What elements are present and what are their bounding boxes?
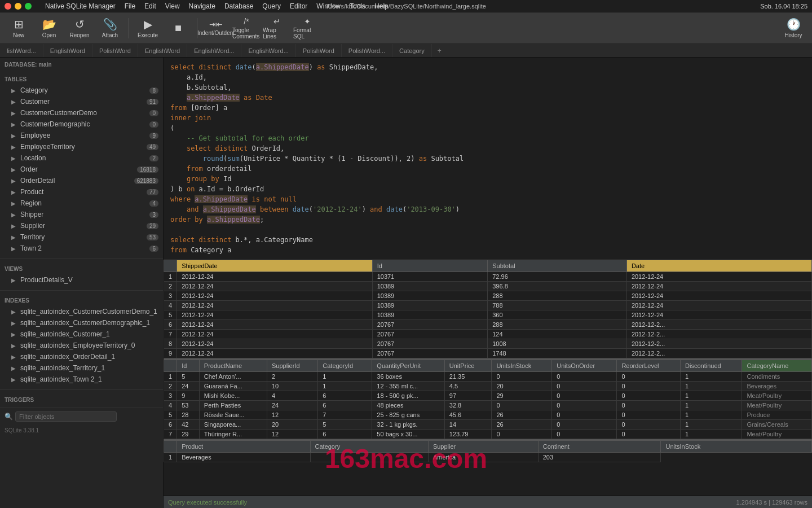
sidebar-item-supplier[interactable]: ▶ Supplier 29 — [0, 220, 163, 231]
new-button[interactable]: ⊞ New — [5, 15, 33, 42]
tab-5[interactable]: EnglishWord... — [241, 44, 295, 58]
table-cell: 1 — [681, 430, 742, 439]
col2-header-unitsinstock[interactable]: UnitsInStock — [492, 360, 552, 372]
table-row[interactable]: 82012-12-242076710082012-12-2... — [164, 339, 812, 349]
table-row[interactable]: 453Perth Pasties24648 pieces32.80001Meat… — [164, 401, 812, 410]
col2-header-supplierid[interactable]: SupplierId — [267, 360, 317, 372]
sidebar-item-territory[interactable]: ▶ Territory 53 — [0, 231, 163, 243]
tab-2[interactable]: PolishWord — [92, 44, 138, 58]
menu-file[interactable]: File — [125, 2, 135, 10]
sidebar-item-category[interactable]: ▶ Category 8 — [0, 85, 163, 96]
table-row[interactable]: 92012-12-242076717482012-12-2... — [164, 349, 812, 358]
sidebar-item-customercustomerdemo[interactable]: ▶ CustomerCustomerDemo 0 — [0, 107, 163, 119]
sidebar-item-idx-0[interactable]: ▶ sqlite_autoindex_CustomerCustomerDemo_… — [0, 306, 163, 317]
col2-header-productname[interactable]: ProductName — [199, 360, 267, 372]
table-row[interactable]: 12012-12-241037172.962012-12-24 — [164, 272, 812, 282]
sidebar-item-product[interactable]: ▶ Product 77 — [0, 186, 163, 198]
col2-header-categoryid[interactable]: CategoryId — [318, 360, 372, 372]
sidebar-item-productdetails[interactable]: ▶ ProductDetails_V — [0, 274, 163, 286]
new-icon: ⊞ — [14, 17, 24, 31]
table-row[interactable]: 729Thüringer R...12650 bags x 30...123.7… — [164, 430, 812, 439]
indent-outdent-button[interactable]: ⇥⇤ Indent/Outdent — [202, 15, 230, 42]
tab-add-button[interactable]: + — [432, 47, 447, 55]
reopen-button[interactable]: ↺ Reopen — [65, 15, 94, 42]
table-row[interactable]: 72012-12-24207671242012-12-2... — [164, 330, 812, 339]
table-row[interactable]: 1BeveragesAmerica203 — [164, 453, 812, 462]
table-row[interactable]: 528Rössle Saue...12725 - 825 g cans45.62… — [164, 410, 812, 420]
menu-database[interactable]: Database — [224, 2, 253, 10]
table-cell: Beverages — [177, 453, 310, 462]
sql-editor[interactable]: select distinct date(a.ShippedDate) as S… — [164, 58, 812, 260]
sidebar-item-idx-1[interactable]: ▶ sqlite_autoindex_CustomerDemographic_1 — [0, 317, 163, 329]
tab-3[interactable]: EnglishWord — [138, 44, 187, 58]
open-button[interactable]: 📂 Open — [35, 15, 63, 42]
row-number: 1 — [164, 372, 177, 382]
menu-editor[interactable]: Editor — [290, 2, 307, 10]
sidebar-item-region[interactable]: ▶ Region 4 — [0, 198, 163, 209]
col3-header-category[interactable]: Category — [310, 441, 428, 453]
town2-badge: 6 — [149, 246, 158, 252]
col3-header-supplier[interactable]: Supplier — [428, 441, 538, 453]
tab-0[interactable]: lishWord... — [0, 44, 43, 58]
menu-query[interactable]: Query — [262, 2, 281, 10]
tab-4[interactable]: EnglishWord... — [187, 44, 241, 58]
col-header-date[interactable]: Date — [626, 260, 811, 272]
sidebar-item-orderdetail[interactable]: ▶ OrderDetail 621883 — [0, 175, 163, 186]
sidebar-item-idx-3[interactable]: ▶ sqlite_autoindex_EmployeeTerritory_0 — [0, 340, 163, 351]
sidebar-item-employee[interactable]: ▶ Employee 9 — [0, 130, 163, 141]
sidebar-item-shipper[interactable]: ▶ Shipper 3 — [0, 209, 163, 220]
table-row[interactable]: 22012-12-2410389396.82012-12-24 — [164, 282, 812, 291]
close-button[interactable] — [5, 3, 11, 10]
tab-6[interactable]: PolishWord — [296, 44, 342, 58]
col2-header-unitsonorder[interactable]: UnitsOnOrder — [552, 360, 617, 372]
sidebar-item-idx-4[interactable]: ▶ sqlite_autoindex_OrderDetail_1 — [0, 351, 163, 362]
table-row[interactable]: 62012-12-24207672882012-12-2... — [164, 320, 812, 330]
sidebar-item-idx-6[interactable]: ▶ sqlite_autoindex_Town 2_1 — [0, 374, 163, 385]
sidebar-item-location[interactable]: ▶ Location 2 — [0, 152, 163, 164]
sidebar-item-customer[interactable]: ▶ Customer 91 — [0, 96, 163, 107]
tab-8[interactable]: Category — [392, 44, 432, 58]
sidebar-item-idx-2[interactable]: ▶ sqlite_autoindex_Customer_1 — [0, 329, 163, 340]
col2-header-reorderlevel[interactable]: ReorderLevel — [617, 360, 681, 372]
table-row[interactable]: 42012-12-24103897882012-12-24 — [164, 301, 812, 310]
history-button[interactable]: 🕐 History — [779, 15, 807, 42]
filter-input[interactable] — [15, 411, 117, 422]
menu-app[interactable]: Native SQLite Manager — [45, 2, 116, 10]
table-row[interactable]: 224Guaraná Fa...10112 - 355 ml c...4.520… — [164, 382, 812, 391]
tab-7[interactable]: PolishWord... — [342, 44, 392, 58]
col-header-id[interactable]: Id — [372, 260, 488, 272]
col2-header-unitprice[interactable]: UnitPrice — [444, 360, 492, 372]
table-row[interactable]: 52012-12-24103893602012-12-24 — [164, 310, 812, 320]
table-cell: 25 - 825 g cans — [372, 410, 444, 420]
col-header-shippeddate[interactable]: ShippedDate — [177, 260, 373, 272]
col2-header-id[interactable]: Id — [177, 360, 200, 372]
maximize-button[interactable] — [25, 3, 32, 10]
wrap-lines-button[interactable]: ↵ Wrap Lines — [263, 15, 291, 42]
sidebar-item-idx-5[interactable]: ▶ sqlite_autoindex_Territory_1 — [0, 362, 163, 374]
col2-header-discontinued[interactable]: Discontinued — [681, 360, 742, 372]
sidebar-item-customerdemographic[interactable]: ▶ CustomerDemographic 0 — [0, 119, 163, 130]
menu-view[interactable]: View — [165, 2, 180, 10]
col2-header-categoryname[interactable]: CategoryName — [742, 360, 812, 372]
table-row[interactable]: 15Chef Anton'...2136 boxes21.350001Condi… — [164, 372, 812, 382]
minimize-button[interactable] — [15, 3, 21, 10]
tab-1[interactable]: EnglishWord — [43, 44, 92, 58]
table-row[interactable]: 39Mishi Kobe...4618 - 500 g pk...9729001… — [164, 391, 812, 401]
attach-button[interactable]: 📎 Attach — [96, 15, 124, 42]
sidebar-item-employeeterritory[interactable]: ▶ EmployeeTerritory 49 — [0, 141, 163, 152]
stop-button[interactable]: ■ — [164, 15, 192, 42]
menu-navigate[interactable]: Navigate — [189, 2, 215, 10]
col3-header-unitsinstock[interactable]: UnitsInStock — [661, 441, 812, 453]
sidebar-item-order[interactable]: ▶ Order 16818 — [0, 164, 163, 175]
table-row[interactable]: 32012-12-24103892882012-12-24 — [164, 291, 812, 301]
execute-button[interactable]: ▶ Execute — [134, 15, 162, 42]
col-header-subtotal[interactable]: Subtotal — [488, 260, 627, 272]
col2-header-quantityperunit[interactable]: QuantityPerUnit — [372, 360, 444, 372]
menu-edit[interactable]: Edit — [144, 2, 156, 10]
format-sql-button[interactable]: ✦ Format SQL — [293, 15, 321, 42]
sidebar-item-town2[interactable]: ▶ Town 2 6 — [0, 243, 163, 254]
toggle-comments-button[interactable]: /* Toggle Comments — [232, 15, 261, 42]
col3-header-continent[interactable]: Continent — [538, 441, 661, 453]
col3-header-product[interactable]: Product — [177, 441, 310, 453]
table-row[interactable]: 642Singaporea...20532 - 1 kg pkgs.142600… — [164, 420, 812, 430]
